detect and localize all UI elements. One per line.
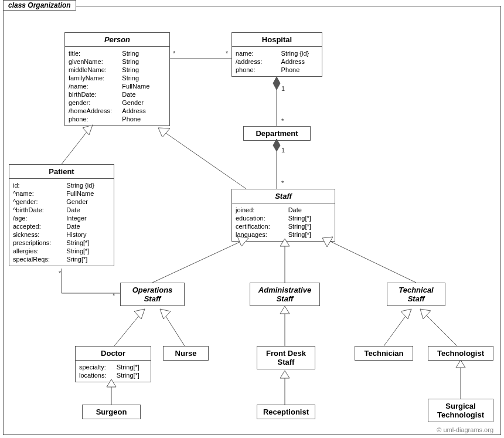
class-front-desk: Front Desk Staff [257, 346, 315, 369]
mult-person-hospital-r: * [226, 50, 228, 57]
class-receptionist-name: Receptionist [257, 405, 315, 419]
class-hospital: Hospital name:String {id}/address:Addres… [231, 32, 322, 77]
attribute-row: ^birthDate:Date [13, 206, 110, 214]
class-patient-name: Patient [9, 165, 114, 179]
attribute-row: /age:Integer [13, 214, 110, 222]
class-surg-tech-name: Surgical Technologist [428, 399, 493, 422]
attribute-row: prescriptions:String[*] [13, 239, 110, 247]
attribute-row: name:String {id} [236, 49, 318, 57]
class-nurse: Nurse [163, 346, 209, 361]
attribute-row: joined:Date [236, 206, 331, 214]
attribute-row: accepted:Date [13, 222, 110, 230]
class-department-name: Department [244, 127, 310, 140]
attribute-row: languages:String[*] [236, 230, 331, 239]
attribute-row: specialReqs:Sring[*] [13, 255, 110, 263]
attribute-row: birthDate:Date [69, 90, 166, 99]
class-person: Person title:StringgivenName:Stringmiddl… [64, 32, 170, 126]
class-ops-staff-name: Operations Staff [121, 283, 184, 305]
class-doctor-name: Doctor [76, 347, 151, 361]
attribute-row: education:String[*] [236, 214, 331, 222]
attribute-row: allergies:String[*] [13, 247, 110, 255]
class-technician-name: Technician [355, 347, 413, 360]
attribute-row: ^name:FullName [13, 189, 110, 198]
mult-dept-staff-bot: * [281, 179, 284, 186]
attribute-row: /name:FullName [69, 82, 166, 90]
attribute-row: middleName:String [69, 66, 166, 74]
mult-dept-staff-top: 1 [281, 147, 285, 154]
package-title: class Organization [3, 0, 76, 11]
attribute-row: locations:String[*] [79, 371, 147, 379]
class-surgeon: Surgeon [82, 405, 141, 419]
class-front-desk-name: Front Desk Staff [257, 347, 315, 369]
class-nurse-name: Nurse [164, 347, 208, 360]
class-doctor: Doctor specialty:String[*]locations:Stri… [75, 346, 151, 382]
mult-patient-ops-r: * [113, 292, 115, 299]
attribute-row: /homeAddress:Address [69, 107, 166, 115]
class-staff: Staff joined:Dateeducation:String[*]cert… [231, 189, 335, 242]
class-admin-staff: Administrative Staff [250, 283, 320, 306]
diagram-canvas: class Organization Person title:Stringgi… [0, 0, 504, 438]
class-technologist: Technologist [428, 346, 493, 361]
class-admin-staff-name: Administrative Staff [250, 283, 319, 305]
attribute-row: familyName:String [69, 74, 166, 82]
attribute-row: certification:String[*] [236, 222, 331, 230]
attribute-row: givenName:String [69, 57, 166, 66]
class-surg-tech: Surgical Technologist [428, 399, 493, 422]
class-surgeon-name: Surgeon [83, 405, 140, 419]
attribute-row: specialty:String[*] [79, 363, 147, 371]
class-staff-name: Staff [232, 189, 335, 203]
attribute-row: sickness:History [13, 230, 110, 239]
class-receptionist: Receptionist [257, 405, 315, 419]
watermark: © uml-diagrams.org [437, 426, 493, 433]
attribute-row: /address:Address [236, 57, 318, 66]
mult-person-hospital-l: * [173, 50, 175, 57]
class-department: Department [243, 126, 311, 141]
class-technologist-name: Technologist [428, 347, 493, 360]
class-tech-staff-name: Technical Staff [387, 283, 445, 305]
attribute-row: phone:Phone [69, 115, 166, 123]
class-hospital-name: Hospital [232, 33, 322, 47]
class-patient: Patient id:String {id}^name:FullName^gen… [9, 164, 114, 266]
class-technician: Technician [355, 346, 413, 361]
attribute-row: phone:Phone [236, 66, 318, 74]
mult-hospital-dept-bot: * [281, 117, 284, 124]
attribute-row: title:String [69, 49, 166, 57]
attribute-row: id:String {id} [13, 181, 110, 189]
mult-patient-ops-l: * [59, 270, 61, 277]
class-person-name: Person [65, 33, 169, 47]
attribute-row: ^gender:Gender [13, 198, 110, 206]
attribute-row: gender:Gender [69, 99, 166, 107]
mult-hospital-dept-top: 1 [281, 85, 285, 92]
class-tech-staff: Technical Staff [387, 283, 445, 306]
class-ops-staff: Operations Staff [120, 283, 185, 306]
